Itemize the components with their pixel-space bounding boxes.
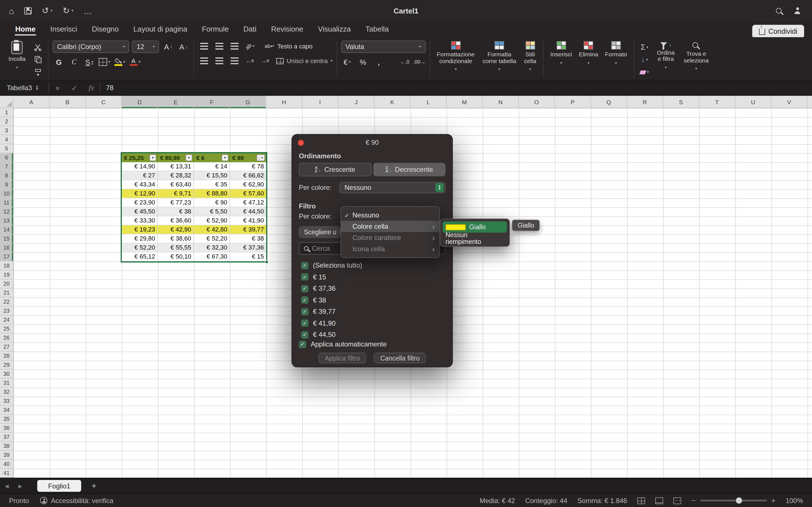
row-header-32[interactable]: 32 — [0, 388, 13, 397]
row-header-12[interactable]: 12 — [0, 207, 13, 216]
row-header-24[interactable]: 24 — [0, 316, 13, 325]
tab-home[interactable]: Home — [8, 22, 43, 37]
format-painter-button[interactable] — [32, 67, 44, 78]
table-cell[interactable]: € 19,23 — [122, 225, 158, 234]
table-cell[interactable]: € 67,30 — [194, 252, 230, 262]
checkbox-checked[interactable]: ✓ — [301, 308, 308, 316]
table-cell[interactable]: € 78 — [230, 162, 266, 171]
sort-by-color-select[interactable]: Nessuno ▲▼ — [340, 182, 446, 193]
row-header-22[interactable]: 22 — [0, 297, 13, 306]
checkbox-checked[interactable]: ✓ — [301, 297, 308, 304]
accessibility-status[interactable]: Accessibilità: verifica — [40, 497, 113, 504]
copy-button[interactable] — [32, 54, 44, 65]
column-header-P[interactable]: P — [555, 96, 591, 108]
bold-button[interactable]: G — [53, 56, 65, 68]
filter-item--39-77[interactable]: ✓€ 39,77 — [301, 306, 446, 318]
checkbox-checked[interactable]: ✓ — [301, 285, 308, 292]
row-header-30[interactable]: 30 — [0, 370, 13, 379]
row-header-7[interactable]: 7 — [0, 162, 13, 171]
row-header-26[interactable]: 26 — [0, 334, 13, 342]
account-icon[interactable] — [794, 7, 801, 14]
percent-style-button[interactable]: % — [357, 56, 369, 68]
filter-item--38[interactable]: ✓€ 38 — [301, 294, 446, 306]
increase-decimal-button[interactable]: ←.0 — [398, 56, 411, 68]
row-header-4[interactable]: 4 — [0, 135, 13, 144]
search-icon[interactable] — [776, 8, 781, 13]
filter-item--seleziona-tutto-[interactable]: ✓(Seleziona tutto) — [301, 260, 446, 271]
row-header-8[interactable]: 8 — [0, 171, 13, 180]
filter-item--37-36[interactable]: ✓€ 37,36 — [301, 283, 446, 294]
column-header-S[interactable]: S — [663, 96, 699, 108]
tab-revisione[interactable]: Revisione — [264, 22, 311, 37]
undo-button[interactable]: ↺ — [42, 6, 52, 16]
filter-item--44-50[interactable]: ✓€ 44,50 — [301, 329, 446, 341]
table-cell[interactable]: € 5,50 — [194, 207, 230, 216]
table-cell[interactable]: € 77,23 — [158, 198, 194, 207]
column-header-U[interactable]: U — [735, 96, 771, 108]
row-header-39[interactable]: 39 — [0, 451, 13, 460]
tab-dati[interactable]: Dati — [236, 22, 264, 37]
row-header-6[interactable]: 6 — [0, 153, 13, 162]
table-cell[interactable]: € 38,60 — [158, 234, 194, 243]
save-icon[interactable] — [24, 7, 32, 14]
column-header-B[interactable]: B — [50, 96, 86, 108]
sort-filter-button[interactable]: ↓ Ordina e filtra — [654, 41, 677, 78]
merge-center-button[interactable]: Unisci e centra — [276, 55, 333, 66]
row-header-15[interactable]: 15 — [0, 234, 13, 243]
share-button[interactable]: Condividi — [752, 25, 804, 38]
table-cell[interactable]: € 38 — [230, 234, 266, 243]
increase-font-button[interactable]: A↑ — [162, 41, 174, 52]
table-cell[interactable]: € 32,30 — [194, 243, 230, 252]
menu-item-nessuno[interactable]: ✓Nessuno — [341, 210, 439, 221]
zoom-slider-thumb[interactable] — [736, 497, 742, 503]
font-size-select[interactable]: 12 — [132, 41, 159, 53]
format-as-table-button[interactable]: Formatta come tabella — [480, 41, 519, 78]
table-cell[interactable]: € 50,10 — [158, 252, 194, 262]
table-cell[interactable]: € 52,20 — [194, 234, 230, 243]
insert-cells-button[interactable]: Inserisci — [548, 41, 575, 78]
conditional-formatting-button[interactable]: Formattazione condizionale — [434, 41, 477, 78]
delete-cells-button[interactable]: Elimina — [576, 41, 601, 78]
column-header-O[interactable]: O — [519, 96, 555, 108]
redo-button[interactable]: ↻ — [63, 6, 73, 16]
column-header-L[interactable]: L — [410, 96, 447, 108]
table-cell[interactable]: € 12,90 — [122, 189, 158, 198]
apply-filter-button[interactable]: Applica filtro — [319, 353, 366, 363]
table-resize-handle[interactable] — [265, 260, 268, 264]
row-header-41[interactable]: 41 — [0, 469, 13, 478]
menu-item-colore-carattere[interactable]: Colore carattere› — [341, 232, 439, 243]
confirm-entry-button[interactable]: ✓ — [66, 83, 83, 92]
row-header-38[interactable]: 38 — [0, 442, 13, 451]
table-cell[interactable]: € 37,36 — [230, 243, 266, 252]
prev-sheet-icon[interactable]: ◀ — [0, 483, 13, 489]
zoom-out-icon[interactable]: − — [691, 496, 696, 505]
number-format-select[interactable]: Valuta — [341, 41, 425, 53]
align-right-button[interactable] — [229, 55, 241, 66]
table-cell[interactable]: € 28,32 — [158, 171, 194, 180]
decrease-decimal-button[interactable]: .00→ — [413, 56, 425, 68]
table-cell[interactable]: € 52,20 — [122, 243, 158, 252]
page-break-view-icon[interactable] — [673, 497, 681, 504]
row-header-28[interactable]: 28 — [0, 351, 13, 360]
menu-item-colore-cella[interactable]: Colore cella› — [341, 221, 439, 232]
column-header-E[interactable]: E — [158, 96, 194, 108]
column-header-M[interactable]: M — [447, 96, 483, 108]
table-cell[interactable]: € 33,30 — [122, 216, 158, 225]
sort-descending-button[interactable]: ZA↓ Decrescente — [373, 163, 446, 176]
borders-button[interactable] — [98, 56, 111, 68]
column-header-F[interactable]: F — [194, 96, 230, 108]
decrease-font-button[interactable]: A↓ — [177, 41, 190, 52]
align-middle-button[interactable] — [213, 41, 226, 52]
table-cell[interactable]: € 43,34 — [122, 180, 158, 189]
column-header-T[interactable]: T — [699, 96, 735, 108]
table-cell[interactable]: € 57,60 — [230, 189, 266, 198]
row-header-37[interactable]: 37 — [0, 433, 13, 442]
table-cell[interactable]: € 38 — [158, 207, 194, 216]
table-cell[interactable]: € 42,90 — [158, 225, 194, 234]
table-cell[interactable]: € 14,90 — [122, 162, 158, 171]
accounting-format-button[interactable]: € — [341, 56, 353, 68]
tab-tabella[interactable]: Tabella — [358, 22, 396, 37]
row-header-11[interactable]: 11 — [0, 198, 13, 207]
find-select-button[interactable]: Trova e seleziona — [681, 41, 712, 78]
insert-function-button[interactable]: fx — [83, 83, 100, 93]
